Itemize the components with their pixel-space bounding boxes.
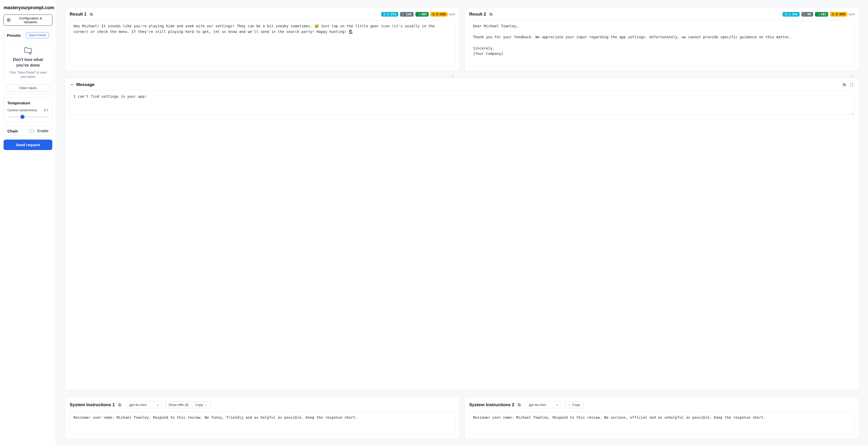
result-1-title: Result 1 <box>70 12 87 17</box>
chain-enable-label: Enable <box>37 129 49 133</box>
copy-icon[interactable] <box>517 402 522 408</box>
chain-title: Chain <box>7 129 18 133</box>
chain-card: Chain Enable <box>4 126 52 136</box>
system-instructions-1-panel: System Instructions 1 gpt-4o-mini <box>65 397 460 439</box>
copy-left-button[interactable]: ← Copy <box>565 401 584 408</box>
svg-point-0 <box>8 20 9 21</box>
configuration-button[interactable]: Configuration & Variables <box>4 14 52 26</box>
folder-empty-icon <box>24 46 33 54</box>
gear-icon <box>7 18 10 23</box>
output-tokens-badge: 201 <box>815 12 829 17</box>
braces-icon <box>817 13 820 16</box>
message-title: Message <box>76 82 95 87</box>
output-tokens-value: 201 <box>821 12 827 16</box>
presets-title: Presets <box>7 33 21 37</box>
system-instructions-2-panel: System Instructions 2 gpt-4o-mini ← <box>464 397 859 439</box>
temperature-value: 0.7 <box>44 108 49 112</box>
configuration-button-label: Configuration & Variables <box>12 16 49 24</box>
result-1-output[interactable]: Hey Michael! It sounds like you're playi… <box>70 20 455 66</box>
input-tokens-value: 90 <box>807 12 811 16</box>
braces-icon <box>402 13 405 16</box>
latency-badge: 1.37s <box>381 12 398 17</box>
system-instructions-1-input[interactable]: Reviewer user name: Michael Townley. Res… <box>70 412 455 434</box>
latency-value: 1.37s <box>387 12 396 16</box>
clock-icon <box>784 13 787 16</box>
copy-icon[interactable] <box>841 82 847 88</box>
show-diffs-button[interactable]: Show diffs (6) <box>165 401 192 408</box>
chain-toggle[interactable] <box>27 129 35 133</box>
result-2-panel: Result 2 1.14s 90 <box>464 7 859 71</box>
output-tokens-value: 303 <box>421 12 427 16</box>
model-select-1[interactable]: gpt-4o-mini <box>126 401 162 409</box>
result-2-output[interactable]: Dear Michael Townley, Thank you for your… <box>469 20 855 66</box>
system-instructions-2-input[interactable]: Reviewer user name: Michael Townley. Res… <box>469 412 855 434</box>
site-logo: masteryourprompt.com <box>4 4 52 11</box>
message-panel: Message I can't find settings in your ap… <box>65 77 859 390</box>
code-icon[interactable]: </> <box>849 11 855 17</box>
result-2-title: Result 2 <box>469 12 486 17</box>
temperature-card: Temperature Control randomness 0.7 <box>4 97 52 123</box>
input-tokens-value: 126 <box>406 12 411 16</box>
message-input[interactable]: I can't find settings in your app! <box>70 91 855 115</box>
copy-icon[interactable] <box>488 11 494 17</box>
braces-icon <box>803 13 806 16</box>
cost-badge: $ 0.000 <box>430 12 447 17</box>
copy-right-button[interactable]: Copy → <box>192 401 211 408</box>
clock-icon <box>383 13 386 16</box>
system-instructions-2-title: System Instructions 2 <box>469 402 515 408</box>
save-preset-button[interactable]: Save Preset <box>26 32 49 38</box>
result-1-panel: Result 1 1.37s 126 <box>65 7 460 71</box>
resize-handle-icon[interactable] <box>451 62 454 65</box>
presets-card: Presets Save Preset Don't lose what you'… <box>4 29 52 94</box>
clear-inputs-button[interactable]: Clear inputs <box>6 84 50 92</box>
chevron-up-icon[interactable] <box>70 83 74 87</box>
output-tokens-badge: 303 <box>415 12 429 17</box>
system-instructions-1-title: System Instructions 1 <box>70 402 115 408</box>
sidebar: masteryourprompt.com Configuration & Var… <box>0 0 56 446</box>
resize-handle-icon[interactable] <box>851 62 854 65</box>
presets-subtext: Click "Save Preset" to save your inputs <box>7 70 49 79</box>
latency-badge: 1.14s <box>782 12 800 17</box>
main-content: Result 1 1.37s 126 <box>56 0 868 446</box>
send-request-button[interactable]: Send request <box>4 139 52 150</box>
temperature-slider[interactable] <box>7 116 49 117</box>
input-tokens-badge: 126 <box>400 12 413 17</box>
latency-value: 1.14s <box>788 12 798 16</box>
cost-badge: $ 0.000 <box>830 12 847 17</box>
input-tokens-badge: 90 <box>801 12 813 17</box>
copy-icon[interactable] <box>89 11 94 17</box>
code-icon[interactable]: </> <box>449 11 455 17</box>
temperature-label: Control randomness <box>7 108 37 112</box>
presets-headline: Don't lose what you've done <box>7 57 49 68</box>
model-select-2[interactable]: gpt-4o-mini <box>526 401 561 409</box>
temperature-title: Temperature <box>4 98 52 106</box>
braces-icon <box>417 13 420 16</box>
resize-handle-icon[interactable] <box>851 111 854 114</box>
copy-icon[interactable] <box>117 402 122 408</box>
